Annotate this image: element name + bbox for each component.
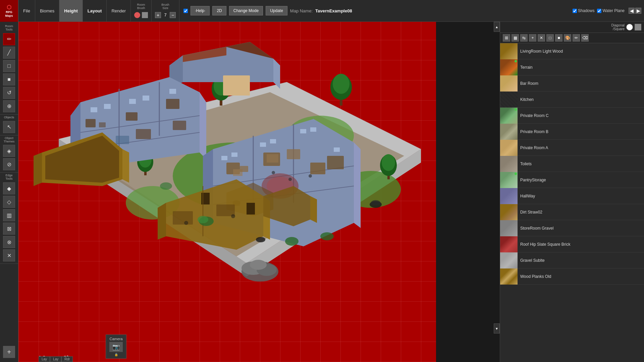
layer-item-13[interactable]: Gravel Sublte xyxy=(500,252,644,268)
edge-tool-1[interactable]: ◆ xyxy=(3,182,15,194)
layer-name-0: LivingRoom Light Wood xyxy=(518,49,563,54)
layer-item-3[interactable]: Kitchen xyxy=(500,92,644,108)
objects-label: Objects xyxy=(4,116,14,119)
layer-item-7[interactable]: Toilets xyxy=(500,156,644,172)
brush-size-label: Brush Size xyxy=(161,3,169,10)
rt-grid2-btn[interactable]: ▦ xyxy=(512,34,519,42)
menu-biomes[interactable]: Biomes xyxy=(35,0,59,22)
diagonal-square-selector: Diagonal/Square xyxy=(500,22,644,33)
scroll-right-btn[interactable]: ▶ xyxy=(635,8,641,14)
svg-rect-77 xyxy=(310,163,325,174)
layer-thumb-9 xyxy=(500,188,518,204)
edge-tools-section: EdgeTools ◆ ◇ ▥ ⊠ ⊗ ✕ xyxy=(0,173,18,264)
layer-item-12[interactable]: Roof Hip Slate Square Brick xyxy=(500,236,644,252)
rt-cross-btn[interactable]: ✕ xyxy=(538,34,545,42)
layer-thumb-10 xyxy=(500,204,518,220)
edge-tool-5[interactable]: ⊗ xyxy=(3,236,15,248)
layer-item-2[interactable]: Bar Room xyxy=(500,75,644,92)
rt-palette-btn[interactable]: 🎨 xyxy=(564,34,571,42)
tab-bar: Lay Lay Rdr xyxy=(39,356,73,362)
layer-item-10[interactable]: Dirt Straw02 xyxy=(500,204,644,220)
layer-item-1[interactable]: Terrain xyxy=(500,59,644,75)
svg-marker-52 xyxy=(34,153,42,186)
circle-brush-btn[interactable] xyxy=(134,12,140,18)
water-plane-checkbox[interactable] xyxy=(597,9,601,13)
svg-rect-67 xyxy=(310,127,316,132)
rotate-tool[interactable]: ↺ xyxy=(3,87,15,99)
brush-size-plus[interactable]: + xyxy=(155,12,161,18)
change-mode-btn[interactable]: Change Mode xyxy=(229,6,263,15)
tab-lay1[interactable]: Lay xyxy=(39,356,50,362)
layer-item-8[interactable]: PantryStorage xyxy=(500,172,644,188)
edge-tool-4[interactable]: ⊠ xyxy=(3,223,15,235)
diagonal-square-btn[interactable] xyxy=(635,24,641,31)
mode-2d-btn[interactable]: 2D xyxy=(212,6,226,15)
rt-plus-btn[interactable]: + xyxy=(529,34,536,42)
rt-square3-btn[interactable]: ■ xyxy=(555,34,562,42)
svg-rect-74 xyxy=(287,149,300,159)
enable-checkbox[interactable] xyxy=(183,9,188,13)
theme-eyedropper-tool[interactable]: ⊘ xyxy=(3,158,15,170)
layer-item-5[interactable]: Private Room B xyxy=(500,124,644,140)
layer-item-9[interactable]: HallWay xyxy=(500,188,644,204)
layer-item-6[interactable]: Private Room A xyxy=(500,140,644,156)
right-panel: Diagonal/Square ⊞ ▦ ⇆ + ✕ □ ■ 🎨 ✏ ⌫ Livi… xyxy=(500,22,644,362)
layer-item-11[interactable]: StoreRoom Gravel xyxy=(500,220,644,236)
layer-thumb-5 xyxy=(500,124,518,140)
menu-layout[interactable]: Layout xyxy=(83,0,107,22)
svg-rect-48 xyxy=(116,136,129,144)
help-btn[interactable]: ·Help· xyxy=(191,6,210,15)
layer-item-14[interactable]: Wood Planks Old xyxy=(500,268,644,285)
update-btn[interactable]: Update xyxy=(266,6,287,15)
menu-height[interactable]: Height xyxy=(59,0,83,22)
eyedropper-tool[interactable]: ⊕ xyxy=(3,100,15,112)
layer-name-5: Private Room B xyxy=(518,129,548,134)
add-tool-btn[interactable]: + xyxy=(3,346,15,358)
tab-lay2[interactable]: Lay xyxy=(50,356,61,362)
edge-tools-label: EdgeTools xyxy=(5,174,12,181)
layer-thumb-11 xyxy=(500,220,518,236)
svg-point-81 xyxy=(309,174,312,178)
line-tool[interactable]: ╱ xyxy=(3,47,15,59)
layer-name-11: StoreRoom Gravel xyxy=(518,226,553,231)
shadows-checkbox[interactable] xyxy=(573,9,577,13)
layer-name-1: Terrain xyxy=(518,65,533,70)
objects-select-tool[interactable]: ↖ xyxy=(3,121,15,133)
viewport-scroll-up[interactable]: ▲ xyxy=(494,22,500,32)
layer-item-0[interactable]: LivingRoom Light Wood xyxy=(500,43,644,59)
edge-tool-3[interactable]: ▥ xyxy=(3,209,15,221)
diagonal-circle-btn[interactable] xyxy=(626,24,633,31)
square-filled-tool[interactable]: ■ xyxy=(3,73,15,85)
square-outline-tool[interactable]: □ xyxy=(3,60,15,72)
square-brush-btn[interactable] xyxy=(142,12,148,18)
svg-rect-38 xyxy=(91,107,97,112)
rt-pencil2-btn[interactable]: ✏ xyxy=(573,34,580,42)
edge-tool-2[interactable]: ◇ xyxy=(3,196,15,208)
edge-erase-tool[interactable]: ✕ xyxy=(3,249,15,261)
svg-rect-30 xyxy=(223,75,250,96)
svg-rect-78 xyxy=(327,156,344,169)
map-name-label: Map Name: xyxy=(290,8,313,13)
theme-tool[interactable]: ◈ xyxy=(3,145,15,157)
svg-point-94 xyxy=(231,214,235,218)
rt-grid1-btn[interactable]: ⊞ xyxy=(503,34,510,42)
menu-file[interactable]: File xyxy=(18,0,35,22)
tab-rdr[interactable]: Rdr xyxy=(61,356,73,362)
rt-square2-btn[interactable]: □ xyxy=(546,34,554,42)
svg-point-105 xyxy=(198,216,208,223)
rt-eraser-btn[interactable]: ⌫ xyxy=(581,34,589,42)
svg-rect-71 xyxy=(240,166,248,172)
pencil-tool[interactable]: ✏ xyxy=(3,33,15,45)
layer-item-4[interactable]: Private Room C xyxy=(500,108,644,124)
rt-arrows-btn[interactable]: ⇆ xyxy=(520,34,528,42)
svg-rect-40 xyxy=(129,99,136,104)
room-brush-icons xyxy=(134,12,148,18)
layer-thumb-4 xyxy=(500,108,518,124)
svg-marker-53 xyxy=(122,149,129,183)
brush-size-minus[interactable]: − xyxy=(170,12,176,18)
scroll-left-btn[interactable]: ◀ xyxy=(629,8,635,14)
menu-render[interactable]: Render xyxy=(107,0,131,22)
svg-rect-46 xyxy=(166,99,179,109)
viewport-scroll-down[interactable]: ▼ xyxy=(494,323,500,334)
layer-name-3: Kitchen xyxy=(518,97,534,102)
